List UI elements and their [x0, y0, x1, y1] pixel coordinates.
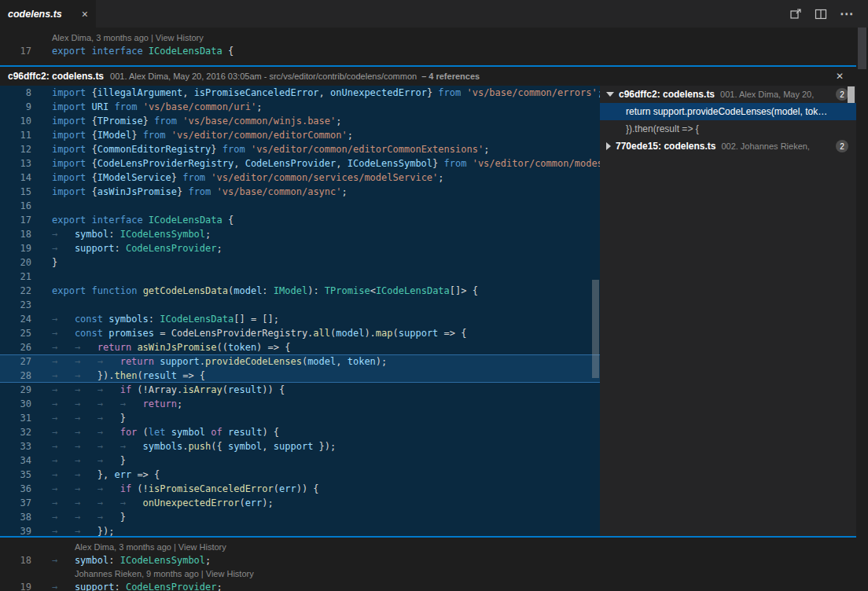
tab-indent-arrow: →	[97, 411, 120, 425]
blame-annotation[interactable]: Alex Dima, 3 months ago | View History	[52, 31, 856, 44]
tab-indent-arrow: →	[75, 425, 97, 439]
blame-annotation[interactable]: Alex Dima, 3 months ago | View History	[75, 541, 856, 553]
open-changes-icon[interactable]	[789, 8, 802, 20]
line-content: import {IModel} from 'vs/editor/common/e…	[52, 128, 353, 142]
blame-annotation[interactable]: Johannes Rieken, 9 months ago | View His…	[75, 567, 856, 580]
line-number: 35	[0, 468, 31, 482]
reference-match-text: }).then(result => {	[626, 123, 699, 134]
peek-editor-scrollbar[interactable]	[592, 280, 599, 378]
tab-indent-arrow: →	[52, 496, 75, 510]
line-content: import {IModelService} from 'vs/editor/c…	[52, 171, 444, 185]
tab-label: codelens.ts	[8, 9, 62, 20]
line-number: 25	[0, 326, 31, 340]
code-line: 12import {CommonEditorRegistry} from 'vs…	[0, 142, 600, 156]
tab-indent-arrow: →	[52, 453, 75, 468]
code-line: 32→→→for (let symbol of result) {	[0, 425, 600, 439]
tab-indent-arrow: →	[52, 340, 75, 354]
code-line: 25→const promises = CodeLensProviderRegi…	[0, 326, 600, 340]
line-content: →→}, err => {	[52, 468, 160, 482]
line-number: 26	[0, 340, 31, 354]
tab-indent-arrow: →	[97, 425, 120, 439]
split-editor-icon[interactable]	[815, 8, 827, 20]
tab-indent-arrow: →	[52, 580, 75, 591]
tab-indent-arrow: →	[52, 383, 75, 397]
line-number: 33	[0, 439, 31, 453]
editor-top[interactable]: Alex Dima, 3 months ago | View History 1…	[0, 28, 856, 65]
results-scrollbar[interactable]	[848, 86, 855, 103]
tab-indent-arrow: →	[120, 397, 143, 411]
peek-title: c96dffc2: codelens.ts	[8, 71, 104, 82]
line-number: 18	[0, 227, 31, 241]
peek-editor[interactable]: 8import {illegalArgument, isPromiseCance…	[0, 86, 600, 536]
code-line: 17export interface ICodeLensData {	[0, 213, 600, 227]
more-actions-icon[interactable]: ⋯	[840, 10, 854, 18]
tab-codelens[interactable]: codelens.ts ×	[0, 0, 96, 28]
tab-indent-arrow: →	[75, 510, 97, 524]
line-number: 23	[0, 298, 31, 312]
line-number: 24	[0, 312, 31, 326]
editor-scrollbar[interactable]	[856, 28, 868, 591]
code-line: 22export function getCodeLensData(model:…	[0, 284, 600, 298]
line-content: →→→if (!Array.isArray(result)) {	[52, 383, 285, 397]
tab-indent-arrow: →	[75, 524, 97, 536]
tab-indent-arrow: →	[75, 411, 97, 425]
line-content: →→→if (!isPromiseCanceledError(err)) {	[52, 482, 319, 496]
line-content: →→}).then(result => {	[52, 369, 205, 383]
line-content: →→→}	[52, 510, 126, 524]
line-number: 30	[0, 397, 31, 411]
tab-indent-arrow: →	[52, 510, 75, 524]
reference-file-row[interactable]: 770ede15: codelens.ts002. Johannes Rieke…	[600, 138, 856, 155]
tab-indent-arrow: →	[52, 468, 75, 482]
code-line: 26→→return asWinJsPromise((token) => {	[0, 340, 600, 354]
line-number: 19	[0, 241, 31, 255]
line-content: →support: CodeLensProvider;	[52, 241, 223, 255]
reference-match-row[interactable]: }).then(result => {	[600, 120, 856, 138]
tab-indent-arrow: →	[75, 439, 97, 453]
code-line: 31→→→}	[0, 411, 600, 425]
line-number: 37	[0, 496, 31, 510]
code-line: 19→support: CodeLensProvider;	[0, 241, 600, 255]
tab-indent-arrow: →	[52, 354, 75, 369]
line-number: 17	[0, 44, 31, 58]
tab-bar: codelens.ts × ⋯	[0, 0, 868, 28]
line-number: 11	[0, 128, 31, 142]
tab-indent-arrow: →	[75, 496, 97, 510]
reference-file-row[interactable]: c96dffc2: codelens.ts001. Alex Dima, May…	[600, 86, 856, 103]
line-number: 20	[0, 255, 31, 270]
tab-indent-arrow: →	[75, 369, 97, 383]
line-number: 18	[0, 553, 31, 567]
line-content: →→→→symbols.push({ symbol, support });	[52, 439, 336, 453]
code-line: 19→support: CodeLensProvider;	[0, 580, 856, 591]
tab-indent-arrow: →	[97, 496, 120, 510]
line-content: →→→for (let symbol of result) {	[52, 425, 279, 439]
line-content: import {illegalArgument, isPromiseCancel…	[52, 86, 600, 100]
tab-indent-arrow: →	[97, 439, 120, 453]
peek-body: 8import {illegalArgument, isPromiseCance…	[0, 86, 856, 536]
line-number: 22	[0, 284, 31, 298]
references-list: c96dffc2: codelens.ts001. Alex Dima, May…	[600, 86, 856, 536]
line-number: 31	[0, 411, 31, 425]
line-content: →symbol: ICodeLensSymbol;	[52, 227, 211, 241]
line-number: 27	[0, 354, 31, 369]
tab-indent-arrow: →	[52, 411, 75, 425]
line-number: 34	[0, 453, 31, 468]
chevron-expanded-icon[interactable]	[606, 92, 614, 97]
reference-match-row[interactable]: return support.provideCodeLenses(model, …	[600, 103, 856, 120]
editor-scrollbar-thumb[interactable]	[858, 28, 866, 69]
tab-indent-arrow: →	[97, 354, 120, 369]
line-content: import {asWinJsPromise} from 'vs/base/co…	[52, 185, 348, 199]
code-line: 18→symbol: ICodeLensSymbol;	[0, 553, 856, 567]
reference-count-badge: 2	[836, 140, 848, 152]
reference-file-meta: 002. Johannes Rieken,	[721, 141, 810, 151]
reference-count-badge: 2	[836, 88, 848, 101]
close-icon[interactable]: ✕	[836, 71, 844, 82]
code-line: 21	[0, 270, 600, 284]
reference-file-title: c96dffc2: codelens.ts	[619, 89, 715, 100]
peek-view: c96dffc2: codelens.ts 001. Alex Dima, Ma…	[0, 65, 856, 538]
tab-indent-arrow: →	[75, 397, 97, 411]
code-line: 9import URI from 'vs/base/common/uri';	[0, 100, 600, 114]
close-icon[interactable]: ×	[82, 8, 88, 20]
code-line: 38→→→}	[0, 510, 600, 524]
editor-bottom[interactable]: Alex Dima, 3 months ago | View History18…	[0, 538, 856, 591]
chevron-collapsed-icon[interactable]	[606, 142, 611, 150]
